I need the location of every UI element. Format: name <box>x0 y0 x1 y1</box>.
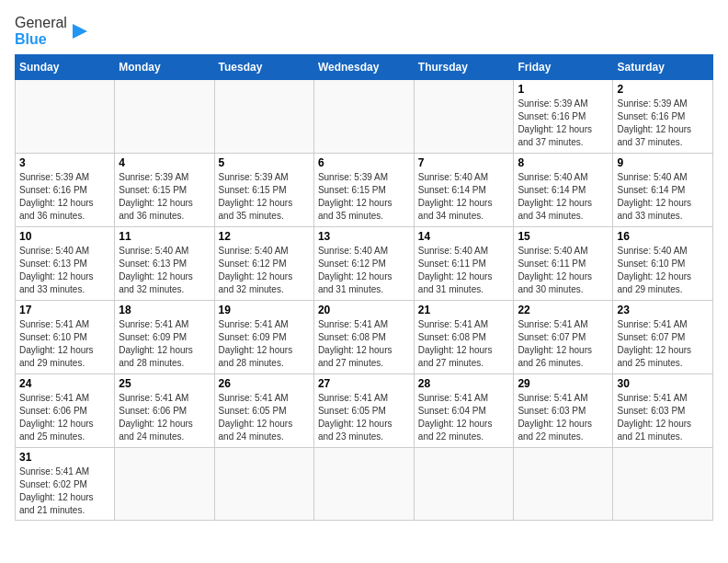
calendar-cell: 25Sunrise: 5:41 AM Sunset: 6:06 PM Dayli… <box>115 374 214 448</box>
calendar-cell: 9Sunrise: 5:40 AM Sunset: 6:14 PM Daylig… <box>613 154 713 227</box>
day-info: Sunrise: 5:41 AM Sunset: 6:06 PM Dayligh… <box>119 392 210 443</box>
weekday-header-saturday: Saturday <box>613 55 713 80</box>
day-number: 4 <box>119 156 210 169</box>
logo-blue: Blue <box>15 31 47 47</box>
day-info: Sunrise: 5:39 AM Sunset: 6:16 PM Dayligh… <box>617 98 709 149</box>
day-info: Sunrise: 5:40 AM Sunset: 6:10 PM Dayligh… <box>617 245 709 296</box>
day-info: Sunrise: 5:41 AM Sunset: 6:04 PM Dayligh… <box>418 392 510 443</box>
calendar-cell <box>214 80 313 154</box>
day-info: Sunrise: 5:41 AM Sunset: 6:08 PM Dayligh… <box>418 318 510 370</box>
day-number: 10 <box>19 230 110 243</box>
calendar-week-row: 31Sunrise: 5:41 AM Sunset: 6:02 PM Dayli… <box>16 448 713 521</box>
calendar-cell <box>214 448 313 521</box>
day-info: Sunrise: 5:39 AM Sunset: 6:15 PM Dayligh… <box>318 171 410 223</box>
calendar-cell: 4Sunrise: 5:39 AM Sunset: 6:15 PM Daylig… <box>115 154 214 227</box>
day-number: 31 <box>19 451 110 464</box>
day-info: Sunrise: 5:41 AM Sunset: 6:05 PM Dayligh… <box>318 392 410 443</box>
day-number: 8 <box>518 156 609 169</box>
calendar-cell: 12Sunrise: 5:40 AM Sunset: 6:12 PM Dayli… <box>214 227 313 301</box>
calendar-cell <box>414 448 514 521</box>
day-number: 13 <box>318 230 410 243</box>
day-number: 27 <box>318 377 410 390</box>
calendar-header: SundayMondayTuesdayWednesdayThursdayFrid… <box>16 55 713 80</box>
day-number: 7 <box>418 156 510 169</box>
day-info: Sunrise: 5:41 AM Sunset: 6:06 PM Dayligh… <box>19 392 110 443</box>
weekday-header-tuesday: Tuesday <box>214 55 313 80</box>
calendar-table: SundayMondayTuesdayWednesdayThursdayFrid… <box>15 54 713 521</box>
calendar-cell: 7Sunrise: 5:40 AM Sunset: 6:14 PM Daylig… <box>414 154 514 227</box>
day-info: Sunrise: 5:41 AM Sunset: 6:10 PM Dayligh… <box>19 318 110 370</box>
calendar-cell: 26Sunrise: 5:41 AM Sunset: 6:05 PM Dayli… <box>214 374 313 448</box>
calendar-cell: 24Sunrise: 5:41 AM Sunset: 6:06 PM Dayli… <box>16 374 115 448</box>
day-number: 24 <box>19 377 110 390</box>
calendar-cell <box>514 448 613 521</box>
day-number: 18 <box>119 304 210 316</box>
calendar-cell: 20Sunrise: 5:41 AM Sunset: 6:08 PM Dayli… <box>313 301 414 374</box>
day-number: 1 <box>518 83 609 96</box>
day-info: Sunrise: 5:39 AM Sunset: 6:16 PM Dayligh… <box>518 98 609 149</box>
page-header: General Blue <box>15 15 713 47</box>
day-info: Sunrise: 5:40 AM Sunset: 6:12 PM Dayligh… <box>318 245 410 296</box>
calendar-body: 1Sunrise: 5:39 AM Sunset: 6:16 PM Daylig… <box>16 80 713 521</box>
calendar-cell: 31Sunrise: 5:41 AM Sunset: 6:02 PM Dayli… <box>16 448 115 521</box>
calendar-cell <box>414 80 514 154</box>
calendar-week-row: 24Sunrise: 5:41 AM Sunset: 6:06 PM Dayli… <box>16 374 713 448</box>
calendar-cell: 18Sunrise: 5:41 AM Sunset: 6:09 PM Dayli… <box>115 301 214 374</box>
calendar-cell <box>115 448 214 521</box>
day-number: 21 <box>418 304 510 316</box>
calendar-cell: 27Sunrise: 5:41 AM Sunset: 6:05 PM Dayli… <box>313 374 414 448</box>
calendar-cell: 23Sunrise: 5:41 AM Sunset: 6:07 PM Dayli… <box>613 301 713 374</box>
day-number: 6 <box>318 156 410 169</box>
weekday-header-row: SundayMondayTuesdayWednesdayThursdayFrid… <box>16 55 713 80</box>
weekday-header-wednesday: Wednesday <box>313 55 414 80</box>
day-number: 22 <box>518 304 609 316</box>
calendar-week-row: 1Sunrise: 5:39 AM Sunset: 6:16 PM Daylig… <box>16 80 713 154</box>
calendar-cell: 30Sunrise: 5:41 AM Sunset: 6:03 PM Dayli… <box>613 374 713 448</box>
logo-triangle-icon <box>71 18 89 44</box>
svg-marker-0 <box>73 24 87 39</box>
calendar-cell: 19Sunrise: 5:41 AM Sunset: 6:09 PM Dayli… <box>214 301 313 374</box>
day-info: Sunrise: 5:41 AM Sunset: 6:05 PM Dayligh… <box>219 392 310 443</box>
day-number: 29 <box>518 377 609 390</box>
calendar-cell: 15Sunrise: 5:40 AM Sunset: 6:11 PM Dayli… <box>514 227 613 301</box>
day-info: Sunrise: 5:40 AM Sunset: 6:11 PM Dayligh… <box>418 245 510 296</box>
day-number: 16 <box>617 230 709 243</box>
day-number: 25 <box>119 377 210 390</box>
calendar-cell: 6Sunrise: 5:39 AM Sunset: 6:15 PM Daylig… <box>313 154 414 227</box>
calendar-cell: 1Sunrise: 5:39 AM Sunset: 6:16 PM Daylig… <box>514 80 613 154</box>
calendar-cell: 14Sunrise: 5:40 AM Sunset: 6:11 PM Dayli… <box>414 227 514 301</box>
day-info: Sunrise: 5:40 AM Sunset: 6:14 PM Dayligh… <box>418 171 510 223</box>
calendar-cell <box>613 448 713 521</box>
weekday-header-thursday: Thursday <box>414 55 514 80</box>
calendar-cell: 17Sunrise: 5:41 AM Sunset: 6:10 PM Dayli… <box>16 301 115 374</box>
day-info: Sunrise: 5:40 AM Sunset: 6:13 PM Dayligh… <box>19 245 110 296</box>
day-info: Sunrise: 5:40 AM Sunset: 6:14 PM Dayligh… <box>518 171 609 223</box>
calendar-cell <box>313 80 414 154</box>
day-info: Sunrise: 5:41 AM Sunset: 6:09 PM Dayligh… <box>119 318 210 370</box>
calendar-cell: 28Sunrise: 5:41 AM Sunset: 6:04 PM Dayli… <box>414 374 514 448</box>
day-number: 11 <box>119 230 210 243</box>
day-number: 23 <box>617 304 709 316</box>
calendar-cell: 10Sunrise: 5:40 AM Sunset: 6:13 PM Dayli… <box>16 227 115 301</box>
day-number: 17 <box>19 304 110 316</box>
calendar-cell: 16Sunrise: 5:40 AM Sunset: 6:10 PM Dayli… <box>613 227 713 301</box>
logo: General Blue <box>15 15 89 47</box>
calendar-cell: 3Sunrise: 5:39 AM Sunset: 6:16 PM Daylig… <box>16 154 115 227</box>
calendar-cell: 5Sunrise: 5:39 AM Sunset: 6:15 PM Daylig… <box>214 154 313 227</box>
calendar-week-row: 3Sunrise: 5:39 AM Sunset: 6:16 PM Daylig… <box>16 154 713 227</box>
day-info: Sunrise: 5:41 AM Sunset: 6:08 PM Dayligh… <box>318 318 410 370</box>
day-number: 12 <box>219 230 310 243</box>
day-info: Sunrise: 5:41 AM Sunset: 6:07 PM Dayligh… <box>518 318 609 370</box>
day-info: Sunrise: 5:40 AM Sunset: 6:14 PM Dayligh… <box>617 171 709 223</box>
day-info: Sunrise: 5:41 AM Sunset: 6:03 PM Dayligh… <box>617 392 709 443</box>
weekday-header-sunday: Sunday <box>16 55 115 80</box>
day-info: Sunrise: 5:41 AM Sunset: 6:09 PM Dayligh… <box>219 318 310 370</box>
calendar-cell: 8Sunrise: 5:40 AM Sunset: 6:14 PM Daylig… <box>514 154 613 227</box>
calendar-cell: 11Sunrise: 5:40 AM Sunset: 6:13 PM Dayli… <box>115 227 214 301</box>
day-number: 28 <box>418 377 510 390</box>
day-info: Sunrise: 5:39 AM Sunset: 6:15 PM Dayligh… <box>219 171 310 223</box>
calendar-cell: 29Sunrise: 5:41 AM Sunset: 6:03 PM Dayli… <box>514 374 613 448</box>
calendar-cell: 21Sunrise: 5:41 AM Sunset: 6:08 PM Dayli… <box>414 301 514 374</box>
weekday-header-friday: Friday <box>514 55 613 80</box>
day-number: 9 <box>617 156 709 169</box>
